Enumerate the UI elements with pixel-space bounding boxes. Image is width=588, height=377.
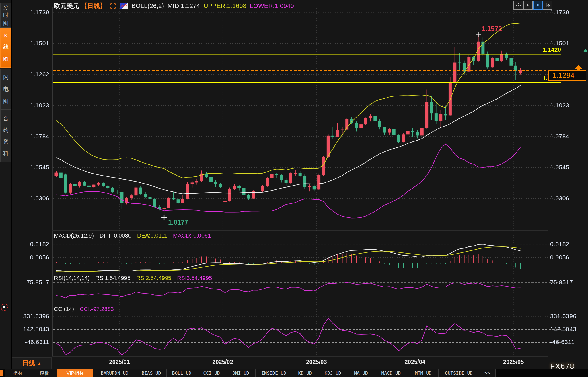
cci-pane-header: CCI(14) CCI:-97.2883	[54, 306, 114, 312]
bottom-tab-指标[interactable]: 指标	[5, 369, 31, 377]
cci-axis-right-331.6396: 331.6396	[550, 313, 577, 320]
price-axis-left-1.1739: 1.1739	[13, 9, 49, 16]
rsi3-readout: RSI3:54.4995	[177, 275, 212, 281]
price-axis-right-1.1739: 1.1739	[550, 9, 569, 16]
boll-lower-readout: LOWER:1.0940	[250, 2, 294, 10]
price-axis-right-1.0306: 1.0306	[550, 195, 569, 202]
left-sidebar: 分时图K线图闪电图合约资料	[0, 0, 12, 369]
last-price-box: 1.1294	[548, 70, 586, 81]
price-axis-left-1.0306: 1.0306	[13, 195, 49, 202]
sidebar-item-4[interactable]: 合约资料	[0, 110, 11, 162]
add-overlay-icon[interactable]: +	[110, 3, 116, 9]
price-axis-left-1.1262: 1.1262	[13, 71, 49, 78]
move-crosshair-icon[interactable]	[513, 1, 523, 10]
axis-scale-icon[interactable]	[523, 1, 533, 10]
candlestick-chart-canvas[interactable]	[0, 0, 588, 377]
macd-axis-left-0.0056: 0.0056	[13, 254, 49, 261]
price-axis-right-1.1501: 1.1501	[550, 40, 569, 47]
cci-title: CCI(14)	[54, 306, 74, 312]
price-axis-left-1.1501: 1.1501	[13, 40, 49, 47]
trading-app-window: 欧元美元 【日线】 + BOLL(26,2) MID:1.1274 UPPER:…	[0, 0, 588, 377]
bottom-tab-BARUPDN_UD[interactable]: BARUPDN_UD	[93, 369, 136, 377]
cci-axis-right--46.6311: -46.6311	[550, 339, 575, 345]
bottom-tab-INSIDE_UD[interactable]: INSIDE_UD	[255, 369, 292, 377]
x-axis-month-2025/05: 2025/05	[503, 359, 524, 365]
macd-value-readout: MACD:-0.0061	[173, 232, 211, 239]
chart-style-icon[interactable]	[120, 3, 128, 9]
x-axis-month-2025/03: 2025/03	[306, 359, 327, 365]
bottom-tab-DMI_UD[interactable]: DMI_UD	[226, 369, 255, 377]
boll-mid-readout: MID:1.1274	[168, 2, 200, 10]
bottom-tab-BIAS_UD[interactable]: BIAS_UD	[136, 369, 166, 377]
x-axis-month-2025/04: 2025/04	[405, 359, 425, 365]
sidebar-item-2[interactable]: K线图	[0, 28, 11, 68]
rsi-title: RSI(14,14,14)	[54, 275, 90, 281]
bottom-tab->>[interactable]: >>	[479, 369, 496, 377]
macd-axis-left-0.0182: 0.0182	[13, 241, 49, 248]
price-up-arrow-stem	[577, 68, 580, 70]
resistance-level-label: 1.1420	[518, 46, 561, 53]
bottom-tab-MA_UD[interactable]: MA_UD	[348, 369, 374, 377]
bottom-tab-CCI_UD[interactable]: CCI_UD	[197, 369, 226, 377]
price-axis-left-1.0784: 1.0784	[13, 133, 49, 140]
low-annotation: 1.0177	[168, 219, 188, 226]
bottom-tab-模板[interactable]: 模板	[31, 369, 57, 377]
macd-pane-header: MACD(26,12,9) DIFF:0.0080 DEA:0.0111 MAC…	[54, 232, 211, 239]
macd-title: MACD(26,12,9)	[54, 232, 94, 239]
cci-axis-right-142.5043: 142.5043	[550, 326, 577, 333]
price-axis-left-1.1023: 1.1023	[13, 102, 49, 109]
axis-up-arrow-icon[interactable]	[583, 49, 587, 52]
bottom-tab-OUTSIDE_UD[interactable]: OUTSIDE_UD	[438, 369, 479, 377]
bottom-tab-KD_UD[interactable]: KD_UD	[292, 369, 318, 377]
tab-bar-indicator	[0, 370, 3, 376]
bottom-tab-KDJ_UD[interactable]: KDJ_UD	[318, 369, 348, 377]
price-axis-right-1.1023: 1.1023	[550, 102, 569, 109]
bottom-tab-MTM_UD[interactable]: MTM_UD	[408, 369, 438, 377]
rsi-axis-right-75.8517: 75.8517	[550, 279, 573, 286]
macd-axis-right-0.0056: 0.0056	[550, 254, 569, 261]
bottom-tab-bar: 指标模板VIP指标BARUPDN_UDBIAS_UDBOLL_UDCCI_UDD…	[0, 369, 588, 377]
bottom-tab-MACD_UD[interactable]: MACD_UD	[374, 369, 408, 377]
rsi2-readout: RSI2:54.4995	[136, 275, 171, 281]
cci-axis-left-331.6396: 331.6396	[13, 313, 49, 320]
x-axis-month-2025/01: 2025/01	[109, 359, 130, 365]
axis-play-icon[interactable]	[533, 1, 543, 10]
high-annotation: 1.1572	[482, 25, 502, 33]
rsi-axis-left-75.8517: 75.8517	[13, 279, 49, 286]
cci-value-readout: CCI:-97.2883	[80, 306, 114, 312]
symbol-title: 欧元美元	[54, 2, 79, 10]
macd-axis-right-0.0182: 0.0182	[550, 241, 569, 248]
price-axis-left-1.0545: 1.0545	[13, 164, 49, 171]
x-axis-month-2025/02: 2025/02	[212, 359, 233, 365]
macd-dea-readout: DEA:0.0111	[137, 232, 167, 239]
price-axis-right-1.0784: 1.0784	[550, 133, 569, 140]
cci-axis-left-142.5043: 142.5043	[13, 326, 49, 333]
pan-right-icon[interactable]	[543, 1, 552, 10]
period-tag[interactable]: 【日线】	[81, 2, 106, 10]
boll-params-label: BOLL(26,2)	[131, 2, 164, 10]
target-marker-icon	[1, 304, 8, 311]
boll-upper-readout: UPPER:1.1608	[203, 2, 246, 10]
sidebar-item-3[interactable]: 闪电图	[0, 69, 11, 110]
rsi-pane-header: RSI(14,14,14) RSI1:54.4995 RSI2:54.4995 …	[54, 275, 212, 281]
period-selector[interactable]: 日线 ▲	[12, 357, 52, 369]
bottom-tab-VIP指标[interactable]: VIP指标	[57, 369, 93, 377]
sidebar-item-1[interactable]: 分时图	[0, 3, 11, 28]
macd-diff-readout: DIFF:0.0080	[100, 232, 131, 239]
cci-axis-left--46.6311: -46.6311	[13, 339, 49, 345]
price-axis-right-1.0545: 1.0545	[550, 164, 569, 171]
bottom-tab-BOLL_UD[interactable]: BOLL_UD	[166, 369, 197, 377]
rsi1-readout: RSI1:54.4995	[96, 275, 131, 281]
chart-header: 欧元美元 【日线】 + BOLL(26,2) MID:1.1274 UPPER:…	[54, 2, 294, 10]
